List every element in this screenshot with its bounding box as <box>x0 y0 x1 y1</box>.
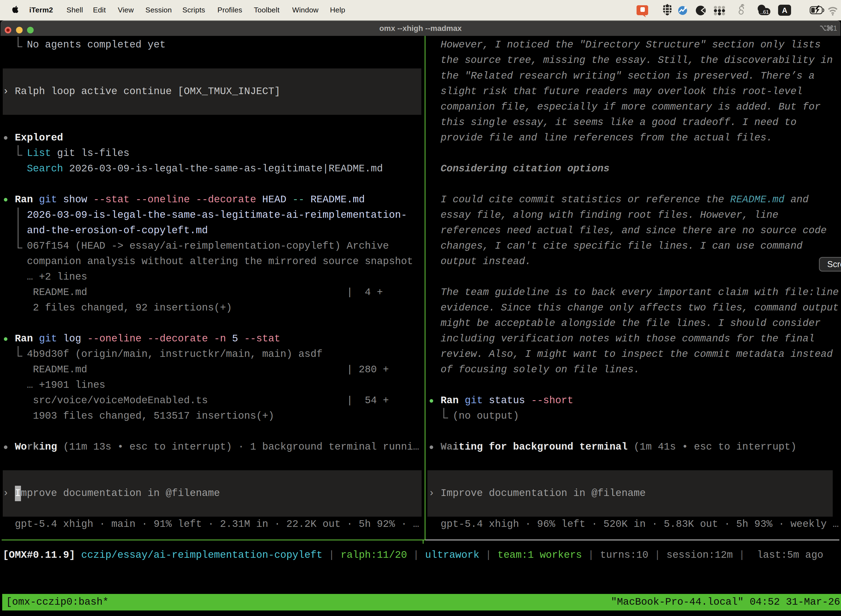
svg-text:1: 1 <box>833 25 837 32</box>
svg-text:A: A <box>782 6 787 15</box>
svg-text:..61: ..61 <box>760 9 769 15</box>
